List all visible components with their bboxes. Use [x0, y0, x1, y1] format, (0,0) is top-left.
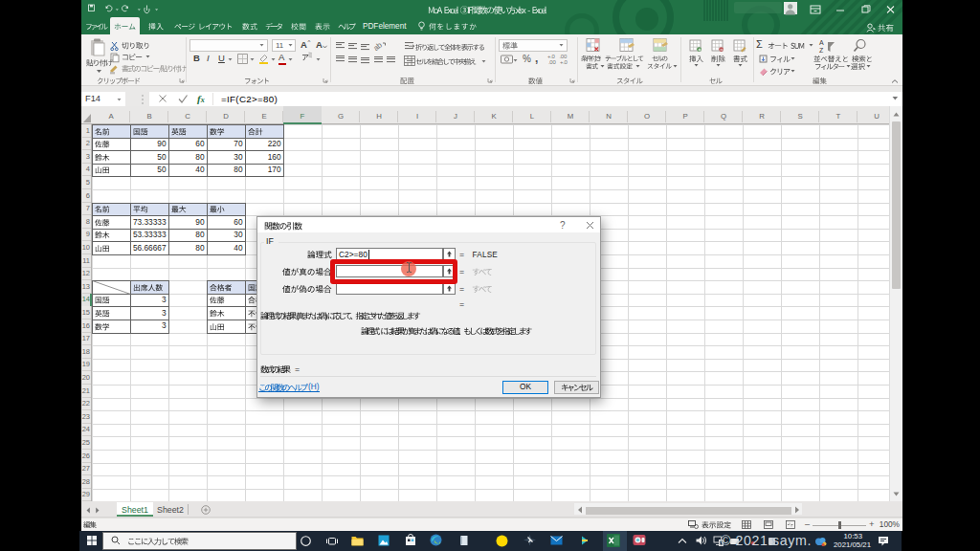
svg-text:Z: Z	[819, 47, 824, 54]
svg-text:A: A	[819, 39, 824, 46]
